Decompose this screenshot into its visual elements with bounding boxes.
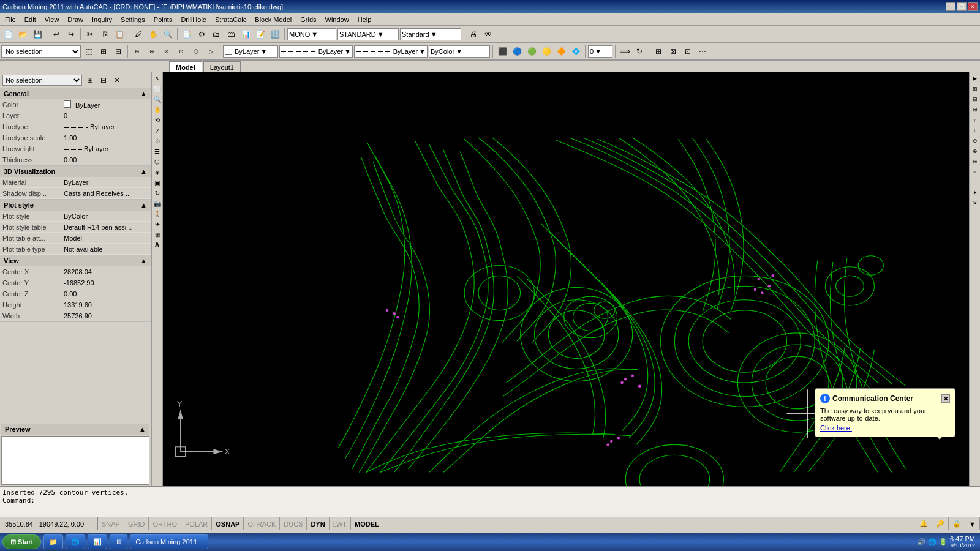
plot-button[interactable]: 🖨 xyxy=(467,28,480,41)
properties-button[interactable]: ⚙ xyxy=(195,28,208,41)
pan-button[interactable]: ✋ xyxy=(146,28,160,41)
preview-button[interactable]: 👁 xyxy=(481,28,495,41)
extra5-btn[interactable]: 🔶 xyxy=(554,45,568,58)
props-close-btn[interactable]: ✕ xyxy=(111,75,123,86)
config1-btn[interactable]: ⊞ xyxy=(652,45,665,58)
bylayer-lineweight-dropdown[interactable]: ByLayer ▼ xyxy=(354,45,428,58)
rp-btn10[interactable]: ≡ xyxy=(970,167,980,177)
mono-dropdown[interactable]: MONO ▼ xyxy=(287,28,336,40)
grid-button[interactable]: GRID xyxy=(124,517,149,530)
start-button[interactable]: ⊞ Start xyxy=(2,534,41,549)
menu-inquiry[interactable]: Inquiry xyxy=(88,15,116,24)
rp-btn6[interactable]: ↓ xyxy=(970,126,980,135)
toolpalettes-button[interactable]: 🗃 xyxy=(224,28,238,41)
menu-edit[interactable]: Edit xyxy=(21,15,40,24)
bylayer-color-dropdown[interactable]: ByLayer ▼ xyxy=(223,45,278,58)
comm-center-close-button[interactable]: ✕ xyxy=(941,394,950,403)
standard2-dropdown[interactable]: Standard ▼ xyxy=(400,28,461,40)
lwt-button[interactable]: LWT xyxy=(330,517,351,530)
save-button[interactable]: 💾 xyxy=(31,28,44,41)
extra3-btn[interactable]: 🟢 xyxy=(525,45,538,58)
notif-btn3[interactable]: 🔒 xyxy=(949,517,965,530)
vt-text-btn[interactable]: A xyxy=(153,240,162,250)
rp-btn12[interactable]: ✶ xyxy=(970,188,980,198)
rp-btn1[interactable]: ▶ xyxy=(970,73,980,83)
properties-selection-dropdown[interactable]: No selection xyxy=(2,75,82,86)
vt-walk-btn[interactable]: 🚶 xyxy=(153,209,162,219)
ducs-button[interactable]: DUCS xyxy=(280,517,307,530)
selection-dropdown[interactable]: No selection xyxy=(1,45,81,58)
rp-btn2[interactable]: ⊞ xyxy=(970,84,980,94)
layer-button[interactable]: 📑 xyxy=(180,28,194,41)
layer3-icon[interactable]: ⊘ xyxy=(160,45,173,58)
tab-model[interactable]: Model xyxy=(169,61,202,72)
rp-btn9[interactable]: ⊗ xyxy=(970,157,980,167)
vt-plan-btn[interactable]: ⬡ xyxy=(153,157,162,167)
tab-layout1[interactable]: Layout1 xyxy=(203,61,241,72)
vt-pan-btn[interactable]: ✋ xyxy=(153,105,162,114)
osnap-button[interactable]: OSNAP xyxy=(212,517,244,530)
filter-button[interactable]: ⊟ xyxy=(111,45,125,58)
vt-zoom-window-btn[interactable]: ⬜ xyxy=(153,84,162,94)
polar-button[interactable]: POLAR xyxy=(181,517,212,530)
rp-btn5[interactable]: ↑ xyxy=(970,115,980,125)
comm-center-link[interactable]: Click here. xyxy=(820,424,852,432)
designcenter-button[interactable]: 🗂 xyxy=(209,28,223,41)
otrack-button[interactable]: OTRACK xyxy=(244,517,280,530)
menu-drillhole[interactable]: DrillHole xyxy=(177,15,210,24)
vt-named-btn[interactable]: ☰ xyxy=(153,146,162,156)
taskbar-app2[interactable]: 🌐 xyxy=(66,534,85,549)
vt-zoomall-btn[interactable]: ⊙ xyxy=(153,136,162,146)
menu-stratacalc[interactable]: StrataCalc xyxy=(211,15,250,24)
bylayer-linetype-dropdown[interactable]: ByLayer ▼ xyxy=(279,45,353,58)
menu-view[interactable]: View xyxy=(41,15,63,24)
minimize-button[interactable]: ─ xyxy=(946,2,956,11)
rp-btn7[interactable]: ⊙ xyxy=(970,136,980,146)
dyn-button[interactable]: DYN xyxy=(307,517,329,530)
menu-file[interactable]: File xyxy=(1,15,20,24)
new-button[interactable]: 📄 xyxy=(1,28,15,41)
menu-blockmodel[interactable]: Block Model xyxy=(251,15,295,24)
bycolor-plot-dropdown[interactable]: ByColor ▼ xyxy=(429,45,490,58)
taskbar-carlson[interactable]: Carlson Mining 2011... xyxy=(130,534,208,549)
snap-button[interactable]: SNAP xyxy=(98,517,124,530)
vt-shade-btn[interactable]: ▣ xyxy=(153,178,162,187)
vt-fly-btn[interactable]: ✈ xyxy=(153,219,162,229)
props-toggle-btn[interactable]: ⊟ xyxy=(98,75,109,86)
taskbar-app3[interactable]: 📊 xyxy=(88,534,107,549)
sheetset-button[interactable]: 📊 xyxy=(239,28,252,41)
notif-btn1[interactable]: 🔔 xyxy=(916,517,932,530)
config3-btn[interactable]: ⊡ xyxy=(681,45,695,58)
config2-btn[interactable]: ⊠ xyxy=(666,45,680,58)
copy-button[interactable]: ⎘ xyxy=(98,28,111,41)
vt-zoomextents-btn[interactable]: ⤢ xyxy=(153,126,162,135)
menu-settings[interactable]: Settings xyxy=(117,15,149,24)
markup-button[interactable]: 📝 xyxy=(254,28,267,41)
arrow-btn[interactable]: ⟹ xyxy=(618,45,631,58)
notif-btn2[interactable]: 🔑 xyxy=(932,517,949,530)
vt-orbit-btn[interactable]: ⟲ xyxy=(153,115,162,125)
layer5-icon[interactable]: ⬡ xyxy=(189,45,203,58)
extra1-btn[interactable]: ⬛ xyxy=(496,45,509,58)
menu-draw[interactable]: Draw xyxy=(64,15,87,24)
rp-btn8[interactable]: ⊕ xyxy=(970,146,980,156)
extra4-btn[interactable]: 🟡 xyxy=(540,45,553,58)
layers-icon[interactable]: ⊕ xyxy=(130,45,144,58)
quickcalc-button[interactable]: 🔢 xyxy=(268,28,282,41)
extra2-btn[interactable]: 🔵 xyxy=(510,45,524,58)
matchprop-button[interactable]: 🖊 xyxy=(132,28,145,41)
ortho-button[interactable]: ORTHO xyxy=(149,517,181,530)
refresh-btn[interactable]: ↻ xyxy=(633,45,646,58)
pickstyle-button[interactable]: ⬚ xyxy=(82,45,96,58)
vt-zoom-realtime-btn[interactable]: 🔍 xyxy=(153,94,162,104)
props-list-btn[interactable]: ⊞ xyxy=(85,75,96,86)
rp-btn11[interactable]: ⋯ xyxy=(970,178,980,187)
redo-button[interactable]: ↪ xyxy=(64,28,78,41)
zoom-button[interactable]: 🔍 xyxy=(161,28,175,41)
undo-button[interactable]: ↩ xyxy=(50,28,63,41)
quickselect-button[interactable]: ⊞ xyxy=(97,45,110,58)
layer2-icon[interactable]: ⊗ xyxy=(145,45,159,58)
count-dropdown[interactable]: 0 ▼ xyxy=(588,45,612,58)
cut-button[interactable]: ✂ xyxy=(83,28,97,41)
standard-dropdown[interactable]: STANDARD ▼ xyxy=(337,28,399,40)
